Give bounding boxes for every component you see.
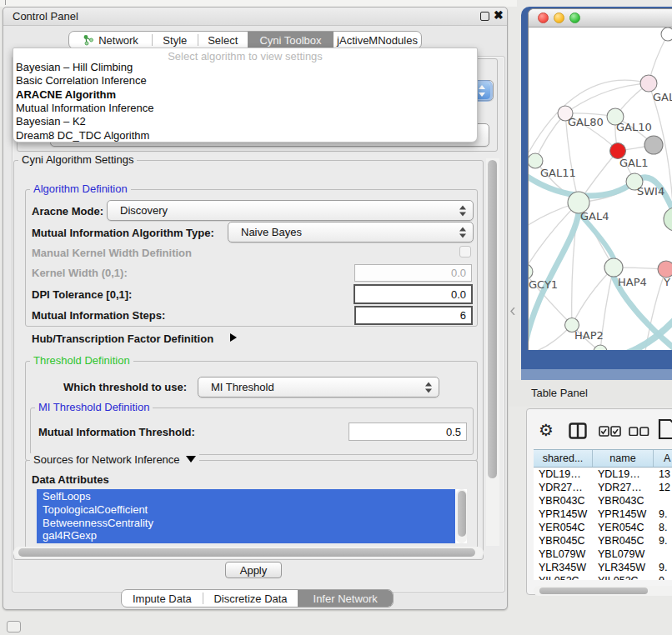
table-row[interactable]: YLR345WYLR345W9. (534, 562, 672, 575)
tab-network[interactable]: Network (69, 32, 152, 48)
mi-threshold-title: MI Threshold Definition (35, 401, 153, 413)
table-panel-title: Table Panel (531, 387, 588, 399)
combo-stepper (459, 227, 467, 238)
column-header-partial[interactable]: A (654, 450, 672, 467)
table-row[interactable]: YER054CYER054C8. (534, 522, 672, 535)
zoom-traffic-light-icon[interactable] (569, 12, 580, 23)
network-window-frame-bottom (521, 369, 672, 380)
attribute-list-item[interactable]: gal4RGexp (43, 529, 97, 542)
network-node[interactable] (664, 208, 672, 231)
which-threshold-combo[interactable]: MI Threshold (198, 377, 439, 398)
table-cell: YIL052C (534, 575, 593, 580)
table-row[interactable]: YBL079WYBL079W (534, 548, 672, 562)
network-graph: GALGAL80GAL10GAL1GAL11SWI4GAL4GCY1HAP4YH… (529, 28, 672, 350)
document-icon[interactable] (658, 418, 672, 440)
network-edge[interactable] (565, 83, 649, 113)
network-node[interactable] (658, 261, 672, 278)
column-header-shared-name[interactable]: shared... (534, 450, 593, 467)
minimize-traffic-light-icon[interactable] (554, 12, 564, 23)
tab-select[interactable]: Select (198, 32, 248, 48)
aracne-mode-combo[interactable]: Discovery (107, 200, 474, 221)
attribute-list-item[interactable]: BetweennessCentrality (43, 517, 153, 529)
gear-icon[interactable]: ⚙ (539, 420, 554, 440)
table-header-row: shared... name A (534, 449, 672, 468)
which-threshold-label: Which threshold to use: (63, 377, 187, 398)
mi-threshold-field[interactable]: 0.5 (349, 422, 467, 441)
tab-impute-data[interactable]: Impute Data (122, 590, 203, 607)
network-canvas[interactable]: GALGAL80GAL10GAL1GAL11SWI4GAL4GCY1HAP4YH… (529, 28, 672, 350)
tab-discretize-data[interactable]: Discretize Data (203, 590, 298, 607)
table-cell: YDL19… (534, 468, 593, 482)
table-row[interactable]: YPR145WYPR145W9. (534, 508, 672, 522)
algorithm-menu-item[interactable]: Bayesian – Hill Climbing (16, 61, 133, 74)
network-node[interactable] (644, 136, 663, 154)
panel-hscroll-thumb[interactable] (18, 548, 475, 557)
algorithm-definition-title: Algorithm Definition (30, 182, 131, 195)
tab-label: Network (98, 34, 138, 47)
minimized-panel-icon[interactable] (7, 621, 21, 632)
attribute-list-item[interactable]: TopologicalCoefficient (43, 503, 148, 516)
network-node[interactable] (604, 258, 623, 277)
table-cell: YDR27… (534, 482, 593, 495)
table-cell: YDR27… (593, 482, 654, 495)
apply-button[interactable]: Apply (225, 562, 282, 578)
table-panel-header: Table Panel (509, 380, 672, 407)
close-icon[interactable]: ✖ (494, 8, 504, 22)
network-node[interactable] (594, 345, 607, 350)
table-cell: YLR345W (534, 562, 593, 575)
manual-kernel-checkbox[interactable] (459, 246, 471, 258)
attribute-list-item[interactable]: SelfLoops (43, 490, 91, 502)
network-node-label: SWI4 (637, 185, 664, 198)
combo-stepper (425, 382, 433, 392)
table-row[interactable]: YBR043CYBR043C (534, 495, 672, 508)
table-row[interactable]: YBR045CYBR045C9. (534, 535, 672, 548)
table-row[interactable]: YDR27…YDR27…12 (534, 482, 672, 495)
list-scrollbar-thumb[interactable] (458, 491, 466, 537)
close-traffic-light-icon[interactable] (538, 12, 549, 23)
tab-label: Discretize Data (213, 592, 287, 605)
data-attributes-list[interactable]: SelfLoopsTopologicalCoefficientBetweenne… (37, 489, 467, 543)
sources-title: Sources for Network Inference (30, 453, 199, 466)
deselect-checkboxes-icon[interactable] (629, 427, 650, 436)
mi-steps-label: Mutual Information Steps: (32, 306, 165, 325)
select-all-checkboxes-icon[interactable] (599, 426, 622, 437)
algorithm-menu-item[interactable]: ARACNE Algorithm (16, 88, 116, 102)
aracne-mode-label: Aracne Mode: (32, 200, 103, 222)
which-threshold-value: MI Threshold (211, 381, 274, 393)
tab-label: jActiveMNodules (337, 34, 418, 47)
splitter-handle[interactable] (510, 308, 515, 315)
tab-jactivemnodules[interactable]: jActiveMNodules (333, 32, 421, 48)
network-node[interactable] (640, 75, 657, 92)
tab-cyni-toolbox[interactable]: Cyni Toolbox (248, 32, 333, 48)
network-node[interactable] (661, 28, 672, 41)
algorithm-menu-item[interactable]: Basic Correlation Inference (16, 74, 147, 88)
network-node[interactable] (529, 264, 533, 279)
table-hscroll-thumb[interactable] (539, 588, 648, 594)
algorithm-menu-item[interactable]: Bayesian – K2 (16, 115, 86, 128)
columns-icon[interactable] (569, 422, 587, 439)
table-cell: 13 (654, 468, 672, 482)
table-cell (654, 548, 672, 562)
column-header-name[interactable]: name (593, 450, 654, 467)
sources-collapse-icon[interactable] (186, 456, 196, 462)
mi-steps-field[interactable]: 6 (354, 306, 473, 325)
network-node-label: GAL10 (616, 121, 652, 133)
table-cell: 8. (654, 522, 672, 535)
mi-type-combo[interactable]: Naive Bayes (228, 222, 474, 242)
tab-infer-network[interactable]: Infer Network (298, 590, 393, 607)
table-row[interactable]: YDL19…YDL19…13 (534, 468, 672, 482)
manual-kernel-label: Manual Kernel Width Definition (32, 246, 192, 259)
panel-vscroll-thumb[interactable] (488, 160, 497, 478)
algorithm-menu-item[interactable]: Dream8 DC_TDC Algorithm (16, 129, 149, 142)
tab-style[interactable]: Style (153, 32, 198, 48)
selected-attributes: SelfLoopsTopologicalCoefficientBetweenne… (37, 489, 455, 543)
hub-expand-arrow-icon[interactable] (230, 333, 237, 342)
algorithm-menu-item[interactable]: Mutual Information Inference (16, 102, 153, 115)
network-node-label: HAP4 (618, 276, 647, 288)
float-window-icon[interactable] (480, 12, 489, 21)
kernel-width-field[interactable]: 0.0 (354, 264, 472, 282)
dpi-tolerance-field[interactable]: 0.0 (354, 284, 473, 304)
tab-label: Style (163, 34, 187, 47)
table-row[interactable]: YIL052CYIL052C0. (534, 575, 672, 580)
data-attributes-label: Data Attributes (32, 473, 109, 486)
